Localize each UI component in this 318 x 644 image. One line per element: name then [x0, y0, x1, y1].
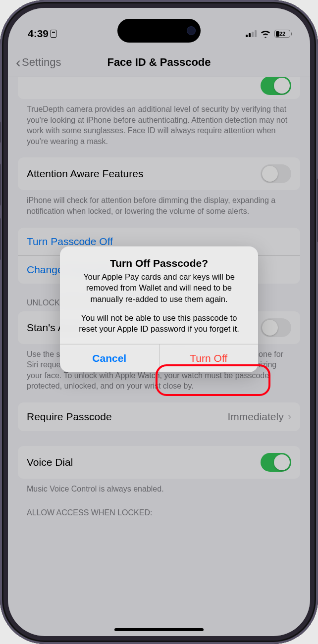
- turn-off-passcode-alert: Turn Off Passcode? Your Apple Pay cards …: [60, 247, 258, 372]
- volume-down-button: [0, 218, 0, 260]
- alert-message: Your Apple Pay cards and car keys will b…: [71, 271, 247, 334]
- turn-off-button[interactable]: Turn Off: [159, 345, 259, 372]
- cancel-button[interactable]: Cancel: [60, 345, 159, 372]
- phone-frame: 4:39 22 ‹ Settings Face ID & Passcode: [0, 0, 318, 644]
- volume-up-button: [0, 163, 0, 206]
- home-indicator[interactable]: [114, 628, 204, 631]
- screen: 4:39 22 ‹ Settings Face ID & Passcode: [8, 8, 310, 636]
- alert-title: Turn Off Passcode?: [71, 257, 247, 269]
- alert-button-row: Cancel Turn Off: [60, 344, 258, 372]
- mute-switch: [0, 121, 0, 143]
